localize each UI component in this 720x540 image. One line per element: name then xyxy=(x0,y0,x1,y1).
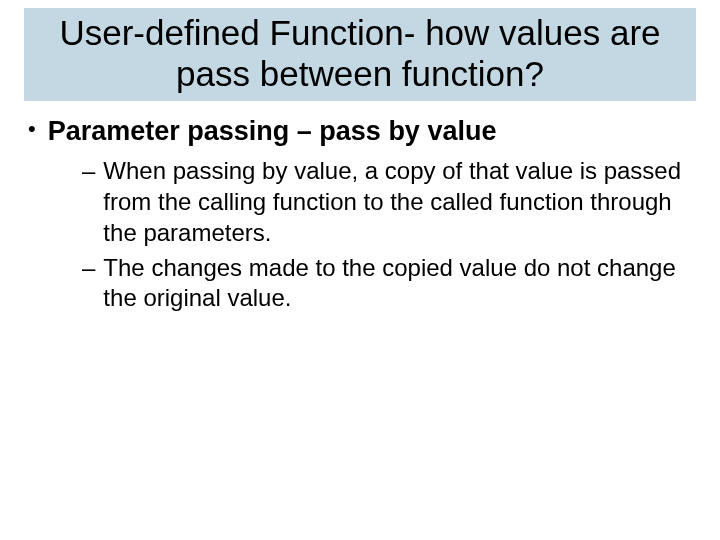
slide-title: User-defined Function- how values are pa… xyxy=(34,12,686,95)
sub-bullet-list: – When passing by value, a copy of that … xyxy=(28,156,692,314)
slide-title-block: User-defined Function- how values are pa… xyxy=(24,8,696,101)
bullet-level-2: – The changes made to the copied value d… xyxy=(82,253,692,314)
slide-content: • Parameter passing – pass by value – Wh… xyxy=(0,101,720,314)
dash-marker-icon: – xyxy=(82,156,95,186)
sub-bullet-text: The changes made to the copied value do … xyxy=(103,253,692,314)
sub-bullet-text: When passing by value, a copy of that va… xyxy=(103,156,692,248)
bullet-level-1: • Parameter passing – pass by value xyxy=(28,115,692,149)
bullet-marker-icon: • xyxy=(28,115,36,144)
dash-marker-icon: – xyxy=(82,253,95,283)
bullet-text: Parameter passing – pass by value xyxy=(48,115,497,149)
bullet-level-2: – When passing by value, a copy of that … xyxy=(82,156,692,248)
